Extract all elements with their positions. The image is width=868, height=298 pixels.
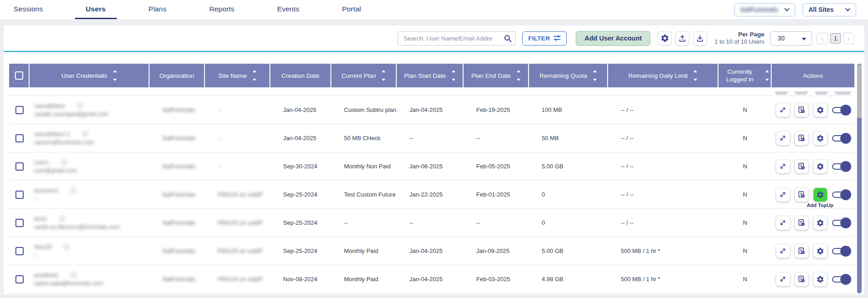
scrollbar-thumb[interactable] <box>857 65 862 118</box>
column-header-logged[interactable]: Currently Logged In <box>718 64 772 87</box>
column-header-created[interactable]: Creation Date <box>270 64 331 87</box>
column-header-quota[interactable]: Remaining Quota <box>529 64 608 87</box>
nav-tab-sessions[interactable]: Sessions <box>14 0 43 19</box>
user-badge-icon[interactable] <box>63 243 70 250</box>
plan-info-button[interactable] <box>795 216 808 230</box>
expand-user-button[interactable] <box>776 131 790 145</box>
row-checkbox[interactable] <box>15 106 24 114</box>
prev-page-button[interactable]: ‹ <box>817 33 828 44</box>
sort-desc-icon[interactable] <box>517 79 520 81</box>
upload-button[interactable] <box>675 31 689 45</box>
sort-asc-icon[interactable] <box>593 70 597 72</box>
user-badge-icon[interactable] <box>70 187 77 194</box>
sort-arrows[interactable] <box>452 68 455 83</box>
sort-arrows[interactable] <box>765 68 769 83</box>
user-enabled-toggle[interactable] <box>832 246 850 257</box>
nav-tab-reports[interactable]: Reports <box>209 0 234 19</box>
current-page-button[interactable]: 1 <box>830 33 841 44</box>
column-header-site[interactable]: Site Name <box>205 64 270 87</box>
user-enabled-toggle[interactable] <box>832 133 850 144</box>
expand-user-button[interactable] <box>776 273 790 286</box>
user-settings-button[interactable] <box>813 131 827 145</box>
column-header-org[interactable]: Organization <box>150 64 205 87</box>
user-settings-button[interactable] <box>813 160 827 173</box>
user-badge-icon[interactable] <box>70 272 77 278</box>
column-header-actions[interactable]: Actions <box>772 64 854 87</box>
per-page-select[interactable]: 30 <box>770 31 812 45</box>
download-button[interactable] <box>693 31 707 45</box>
user-badge-icon[interactable] <box>82 131 89 137</box>
sort-desc-icon[interactable] <box>593 79 597 81</box>
user-settings-button[interactable] <box>813 273 827 286</box>
sort-desc-icon[interactable] <box>382 79 385 81</box>
next-page-button[interactable]: › <box>843 33 854 44</box>
sort-arrows[interactable] <box>517 68 520 83</box>
sort-desc-icon[interactable] <box>693 79 697 81</box>
column-settings-button[interactable] <box>658 31 672 45</box>
row-checkbox[interactable] <box>15 247 24 255</box>
search-icon[interactable] <box>504 35 512 42</box>
user-enabled-toggle[interactable] <box>832 274 850 285</box>
sort-asc-icon[interactable] <box>517 70 520 72</box>
user-settings-button[interactable] <box>813 244 827 258</box>
sort-asc-icon[interactable] <box>253 70 256 72</box>
sort-asc-icon[interactable] <box>452 70 455 72</box>
user-badge-icon[interactable] <box>61 159 68 166</box>
sort-asc-icon[interactable] <box>382 70 385 72</box>
select-all-checkbox[interactable] <box>15 71 23 80</box>
add-topup-button[interactable]: Add TopUp <box>813 188 827 202</box>
user-enabled-toggle[interactable] <box>832 105 850 116</box>
user-badge-icon[interactable] <box>59 215 65 222</box>
table-scrollbar[interactable] <box>857 64 862 293</box>
plan-info-button[interactable] <box>795 244 808 258</box>
plan-info-button[interactable] <box>795 103 808 117</box>
sites-dropdown[interactable]: All Sites <box>803 3 856 16</box>
row-checkbox[interactable] <box>15 191 24 199</box>
sort-arrows[interactable] <box>593 68 597 83</box>
sort-arrows[interactable] <box>113 68 117 83</box>
column-header-daily[interactable]: Remaining Daily Limit <box>608 64 718 87</box>
expand-user-button[interactable] <box>776 216 790 230</box>
row-checkbox[interactable] <box>15 219 24 227</box>
filter-button[interactable]: FILTER <box>522 31 567 45</box>
plan-info-button[interactable] <box>795 273 808 286</box>
expand-user-button[interactable] <box>776 244 790 258</box>
column-header-end[interactable]: Plan End Date <box>464 64 529 87</box>
expand-user-button[interactable] <box>776 188 790 202</box>
sort-arrows[interactable] <box>693 68 697 83</box>
sort-asc-icon[interactable] <box>765 70 769 72</box>
column-header-start[interactable]: Plan Start Date <box>397 64 464 87</box>
sort-desc-icon[interactable] <box>253 79 256 81</box>
row-checkbox[interactable] <box>15 275 24 283</box>
expand-user-button[interactable] <box>776 103 790 117</box>
sort-desc-icon[interactable] <box>765 79 769 81</box>
nav-right-controls: SatFummals All Sites <box>734 3 856 16</box>
sort-asc-icon[interactable] <box>693 70 697 72</box>
sort-desc-icon[interactable] <box>113 79 117 81</box>
search-input[interactable] <box>398 31 516 45</box>
column-header-plan[interactable]: Current Plan <box>331 64 397 87</box>
add-user-account-button[interactable]: Add User Account <box>576 31 650 46</box>
user-settings-button[interactable] <box>813 103 827 117</box>
sort-arrows[interactable] <box>382 68 385 83</box>
user-enabled-toggle[interactable] <box>832 161 850 172</box>
row-checkbox[interactable] <box>15 134 24 142</box>
nav-tab-events[interactable]: Events <box>277 0 299 19</box>
plan-info-button[interactable] <box>795 160 808 173</box>
nav-tab-portal[interactable]: Portal <box>342 0 361 19</box>
plan-info-button[interactable] <box>795 188 808 202</box>
organization-dropdown[interactable]: SatFummals <box>734 3 795 16</box>
nav-tab-users[interactable]: Users <box>86 0 106 19</box>
user-settings-button[interactable] <box>813 216 827 230</box>
sort-desc-icon[interactable] <box>452 79 455 81</box>
sort-asc-icon[interactable] <box>113 70 117 72</box>
expand-user-button[interactable] <box>776 160 790 173</box>
sort-arrows[interactable] <box>253 68 256 83</box>
row-checkbox[interactable] <box>15 162 24 171</box>
user-enabled-toggle[interactable] <box>832 189 850 200</box>
column-header-user[interactable]: User Credentials <box>30 64 150 87</box>
nav-tab-plans[interactable]: Plans <box>149 0 167 19</box>
plan-info-button[interactable] <box>795 131 808 145</box>
user-badge-icon[interactable] <box>77 102 84 109</box>
user-enabled-toggle[interactable] <box>832 217 850 228</box>
